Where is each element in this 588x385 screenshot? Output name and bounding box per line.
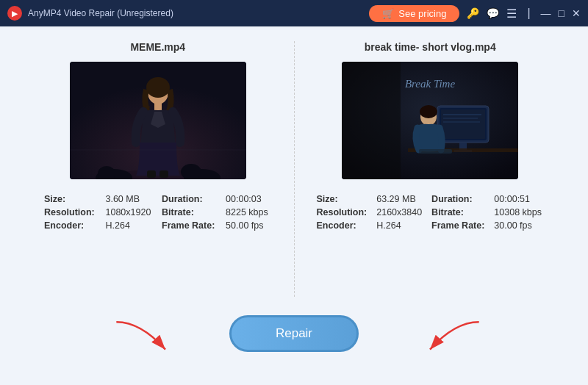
right-video-info: Size: 63.29 MB Duration: 00:00:51 Resolu… — [309, 194, 552, 231]
left-bitrate-label: Bitrate: — [162, 207, 218, 217]
right-bitrate-label: Bitrate: — [431, 207, 487, 217]
app-logo: ▶ — [7, 6, 22, 21]
main-content: MEME.mp4 — [0, 26, 588, 385]
minimize-button[interactable]: — — [541, 7, 551, 19]
left-video-panel: MEME.mp4 — [22, 41, 295, 297]
menu-icon[interactable]: ☰ — [506, 7, 517, 21]
right-framerate-label: Frame Rate: — [431, 220, 487, 231]
see-pricing-label: See pricing — [398, 8, 446, 19]
right-encoder-value: H.264 — [376, 220, 424, 231]
left-size-value: 3.60 MB — [105, 194, 154, 204]
close-button[interactable]: ✕ — [572, 7, 581, 19]
svg-point-10 — [181, 164, 201, 179]
right-duration-label: Duration: — [431, 194, 487, 204]
left-framerate-label: Frame Rate: — [162, 220, 218, 231]
left-duration-label: Duration: — [162, 194, 218, 204]
right-thumb-svg: Break Time — [342, 62, 518, 179]
svg-point-21 — [420, 105, 437, 118]
title-bar-left: ▶ AnyMP4 Video Repair (Unregistered) — [7, 6, 173, 21]
repair-button[interactable]: Repair — [229, 315, 359, 352]
left-bitrate-value: 8225 kbps — [226, 207, 271, 217]
see-pricing-button[interactable]: 🛒 See pricing — [369, 5, 459, 22]
chat-icon[interactable]: 💬 — [487, 7, 499, 19]
key-icon[interactable]: 🔑 — [467, 7, 479, 19]
right-resolution-value: 2160x3840 — [376, 207, 424, 217]
right-framerate-value: 30.00 fps — [494, 220, 544, 231]
right-video-thumbnail: Break Time — [342, 62, 518, 179]
left-filename: MEME.mp4 — [130, 41, 185, 53]
right-encoder-label: Encoder: — [317, 220, 370, 231]
svg-point-3 — [146, 77, 170, 98]
left-size-label: Size: — [44, 194, 98, 204]
left-encoder-value: H.264 — [105, 220, 154, 231]
left-video-thumbnail — [70, 62, 246, 179]
bottom-area: Repair — [22, 297, 566, 370]
left-resolution-value: 1080x1920 — [105, 207, 154, 217]
left-arrow — [110, 315, 184, 359]
svg-rect-26 — [342, 62, 401, 179]
left-video-info: Size: 3.60 MB Duration: 00:00:03 Resolut… — [37, 194, 279, 231]
right-video-panel: break time- short vlog.mp4 Break Time — [295, 41, 567, 297]
left-resolution-label: Resolution: — [44, 207, 98, 217]
svg-rect-16 — [441, 109, 485, 139]
app-title: AnyMP4 Video Repair (Unregistered) — [28, 8, 173, 18]
left-duration-value: 00:00:03 — [226, 194, 271, 204]
right-arrow — [412, 315, 485, 359]
videos-area: MEME.mp4 — [22, 41, 566, 297]
right-bitrate-value: 10308 kbps — [494, 207, 544, 217]
right-resolution-label: Resolution: — [317, 207, 370, 217]
svg-rect-5 — [147, 170, 156, 178]
svg-rect-6 — [159, 170, 168, 178]
title-bar: ▶ AnyMP4 Video Repair (Unregistered) 🛒 S… — [0, 0, 588, 26]
left-framerate-value: 50.00 fps — [226, 220, 271, 231]
maximize-button[interactable]: □ — [559, 7, 564, 19]
title-bar-center: 🛒 See pricing 🔑 💬 ☰ | — □ ✕ — [369, 5, 581, 22]
right-filename: break time- short vlog.mp4 — [365, 41, 496, 53]
right-size-label: Size: — [317, 194, 370, 204]
svg-rect-22 — [419, 149, 452, 154]
svg-text:Break Time: Break Time — [405, 78, 456, 90]
left-encoder-label: Encoder: — [44, 220, 98, 231]
right-size-value: 63.29 MB — [376, 194, 424, 204]
left-thumb-svg — [70, 62, 246, 179]
right-duration-value: 00:00:51 — [494, 194, 544, 204]
cart-icon: 🛒 — [382, 8, 394, 19]
